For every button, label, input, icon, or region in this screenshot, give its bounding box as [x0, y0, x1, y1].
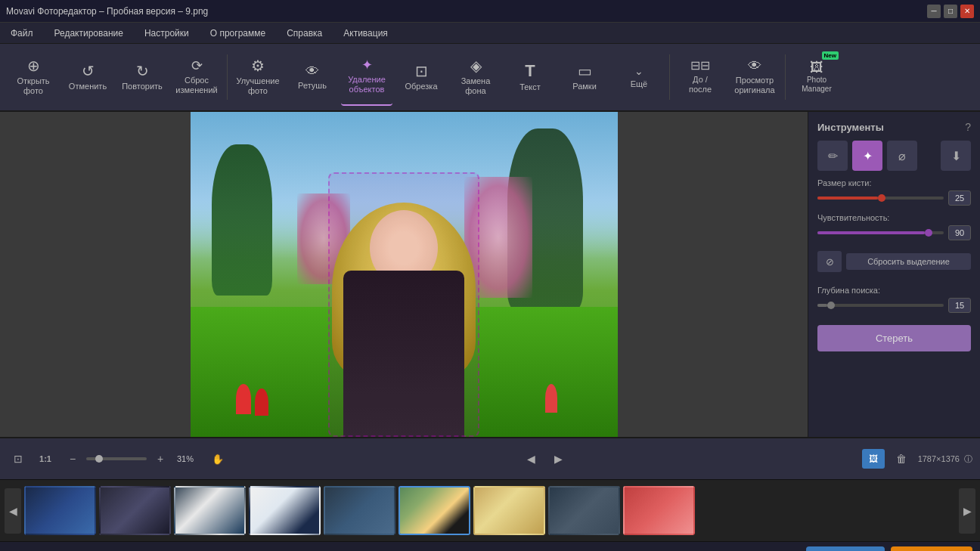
reset-selection-button[interactable]: Сбросить выделение	[846, 253, 971, 270]
photo-manager-button[interactable]: New 🖼 PhotoManager	[790, 48, 843, 106]
thumb-9	[625, 488, 693, 534]
canvas-area[interactable]	[0, 112, 808, 437]
view-original-button[interactable]: 👁 Просмотроригинала	[729, 48, 780, 106]
thumb-3	[175, 488, 244, 534]
brush-size-fill	[817, 197, 878, 200]
prev-image-button[interactable]: ◀	[521, 448, 542, 469]
panel-title: Инструменты	[817, 122, 884, 133]
more-button[interactable]: ⌄ Ещё	[613, 48, 665, 106]
filmstrip-next-button[interactable]: ▶	[959, 488, 975, 534]
zoom-track[interactable]	[86, 457, 147, 460]
pan-tool-button[interactable]: ✋	[207, 448, 228, 469]
filmstrip-item-2[interactable]	[99, 486, 171, 535]
bg-label: Заменафона	[461, 76, 491, 96]
zoom-value: 31%	[177, 454, 201, 463]
enhance-icon: ⚙	[251, 58, 265, 73]
enhance-button[interactable]: ⚙ Улучшениефото	[232, 48, 284, 106]
thumb-6	[400, 488, 469, 534]
text-label: Текст	[519, 82, 541, 91]
reset-label: Сбросизменений	[175, 76, 217, 95]
filmstrip-item-6[interactable]	[399, 486, 470, 535]
image-info: 1787×1376 ⓘ	[918, 453, 972, 465]
help-icon[interactable]: ?	[965, 121, 971, 133]
brush-size-label: Размер кисти:	[817, 178, 971, 187]
zoom-in-button[interactable]: +	[150, 448, 171, 469]
search-depth-slider-container: 15	[817, 298, 971, 313]
filmstrip-item-1[interactable]	[24, 486, 96, 535]
search-depth-track[interactable]	[817, 304, 944, 307]
menu-file[interactable]: Файл	[6, 26, 38, 40]
brush-tool-button[interactable]: ✏	[817, 141, 848, 171]
retouch-button[interactable]: 👁 Ретушь	[287, 48, 338, 106]
search-depth-thumb[interactable]	[827, 302, 835, 309]
magic-wand-button[interactable]: ✦	[852, 141, 882, 171]
sensitivity-row: Чувствительность: 90	[817, 213, 971, 240]
filmstrip-item-3[interactable]	[174, 486, 246, 535]
sensitivity-track[interactable]	[817, 231, 944, 234]
filmstrip-item-7[interactable]	[473, 486, 545, 535]
erase-button[interactable]: Стереть	[817, 325, 971, 351]
open-icon: ⊕	[27, 58, 40, 73]
remove-icon: ✦	[361, 58, 373, 72]
toolbar-separator-1	[227, 54, 228, 100]
next-image-button[interactable]: ▶	[548, 448, 569, 469]
brush-size-track[interactable]	[817, 197, 944, 200]
brush-size-row: Размер кисти: 25	[817, 178, 971, 206]
filmstrip-item-5[interactable]	[324, 486, 395, 535]
crop-label: Обрезка	[405, 82, 437, 91]
buy-key-button[interactable]: Купить ключ	[891, 546, 972, 552]
minimize-button[interactable]: ─	[927, 5, 941, 18]
brush-size-slider-container: 25	[817, 190, 971, 206]
menu-settings[interactable]: Настройки	[140, 26, 194, 40]
undo-icon: ↺	[82, 63, 95, 79]
sensitivity-thumb[interactable]	[925, 229, 932, 237]
frames-label: Рамки	[572, 82, 597, 91]
filmstrip-item-9[interactable]	[623, 486, 695, 535]
reset-selection-icon-button[interactable]: ⊘	[817, 251, 842, 272]
crop-icon: ⊡	[415, 63, 428, 79]
undo-button[interactable]: ↺ Отменить	[62, 48, 113, 106]
delete-button[interactable]: 🗑	[891, 449, 912, 469]
tree-left	[212, 144, 272, 296]
more-icon: ⌄	[634, 66, 644, 76]
menubar: Файл Редактирование Настройки О программ…	[0, 23, 980, 44]
close-button[interactable]: ✕	[960, 5, 974, 18]
gallery-view-button[interactable]: 🖼	[862, 449, 885, 469]
crop-button[interactable]: ⊡ Обрезка	[395, 48, 447, 106]
bg-replace-button[interactable]: ◈ Заменафона	[450, 48, 501, 106]
lasso-tool-button[interactable]: ⌀	[887, 141, 917, 171]
undo-label: Отменить	[69, 82, 107, 91]
bg-icon: ◈	[470, 58, 482, 73]
bottom-bar: ⊡ 1:1 − + 31% ✋ ◀ ▶ 🖼 🗑 1787×1376 ⓘ	[0, 437, 980, 479]
brush-size-thumb[interactable]	[878, 194, 885, 202]
stamp-tool-button[interactable]: ⬇	[941, 141, 971, 171]
filmstrip-prev-button[interactable]: ◀	[5, 488, 21, 534]
menu-activation[interactable]: Активация	[339, 26, 392, 40]
menu-about[interactable]: О программе	[206, 26, 270, 40]
fit-to-screen-button[interactable]: ⊡	[8, 448, 29, 469]
zoom-thumb[interactable]	[95, 455, 103, 463]
save-button[interactable]: Сохранить	[806, 546, 885, 552]
filmstrip-item-8[interactable]	[548, 486, 620, 535]
actual-size-button[interactable]: 1:1	[35, 448, 56, 469]
maximize-button[interactable]: □	[944, 5, 957, 18]
photo-manager-icon: 🖼	[810, 60, 823, 74]
remove-objects-button[interactable]: ✦ Удалениеобъектов	[341, 48, 392, 106]
more-label: Ещё	[631, 79, 648, 88]
before-after-button[interactable]: ⊟⊟ До /после	[675, 48, 726, 106]
remove-label: Удалениеобъектов	[348, 75, 386, 94]
info-icon[interactable]: ⓘ	[964, 453, 972, 465]
thumb-8	[550, 488, 619, 534]
menu-help[interactable]: Справка	[282, 26, 327, 40]
search-depth-fill	[817, 304, 827, 307]
text-button[interactable]: T Текст	[504, 48, 556, 106]
filmstrip-item-4[interactable]	[249, 486, 321, 535]
thumb-1	[26, 488, 95, 534]
frames-button[interactable]: ▭ Рамки	[559, 48, 610, 106]
menu-edit[interactable]: Редактирование	[50, 26, 128, 40]
open-photo-button[interactable]: ⊕ Открытьфото	[8, 48, 59, 106]
titlebar: Movavi Фоторедактор – Пробная версия – 9…	[0, 0, 980, 23]
zoom-out-button[interactable]: −	[62, 448, 83, 469]
redo-button[interactable]: ↻ Повторить	[116, 48, 168, 106]
reset-button[interactable]: ⟳ Сбросизменений	[171, 48, 222, 106]
